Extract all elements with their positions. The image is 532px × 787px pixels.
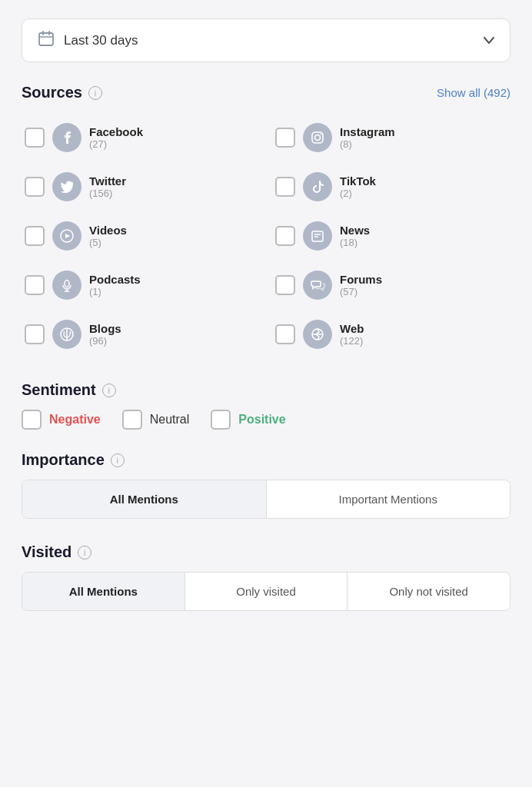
source-info-videos: Videos (5)	[89, 224, 127, 248]
svg-point-2	[315, 135, 321, 141]
source-name-tiktok: TikTok	[340, 174, 376, 188]
importance-section: Importance i All Mentions Important Ment…	[22, 451, 510, 519]
source-count-web: (122)	[340, 335, 364, 347]
source-info-tiktok: TikTok (2)	[340, 174, 376, 199]
podcasts-icon	[52, 271, 81, 300]
instagram-icon	[303, 123, 332, 152]
source-name-blogs: Blogs	[89, 322, 121, 335]
source-info-web: Web (122)	[340, 322, 364, 347]
visited-all-mentions-button[interactable]: All Mentions	[22, 573, 185, 610]
source-count-instagram: (8)	[340, 138, 395, 150]
source-item-news: News (18)	[272, 214, 510, 258]
source-checkbox-news[interactable]	[275, 226, 295, 246]
source-name-twitter: Twitter	[89, 174, 126, 188]
source-checkbox-forums[interactable]	[275, 275, 295, 295]
source-checkbox-facebook[interactable]	[25, 128, 45, 148]
source-item-twitter: Twitter (156)	[22, 164, 260, 209]
calendar-icon	[38, 30, 55, 51]
source-count-facebook: (27)	[89, 138, 143, 150]
sentiment-checkbox-negative[interactable]	[22, 410, 42, 430]
sources-title-row: Sources i	[22, 84, 102, 101]
twitter-icon	[52, 172, 81, 201]
source-item-videos: Videos (5)	[22, 214, 260, 258]
sentiment-info-icon[interactable]: i	[102, 384, 116, 397]
source-name-videos: Videos	[89, 224, 127, 237]
visited-only-visited-button[interactable]: Only visited	[185, 573, 347, 610]
sentiment-item-negative[interactable]: Negative	[22, 410, 101, 430]
importance-info-icon[interactable]: i	[111, 453, 125, 467]
sentiment-label-positive: Positive	[238, 413, 285, 427]
svg-marker-5	[65, 234, 70, 238]
importance-title: Importance	[22, 451, 105, 469]
visited-title-row: Visited i	[22, 543, 510, 561]
sentiment-item-neutral[interactable]: Neutral	[122, 410, 190, 430]
source-info-instagram: Instagram (8)	[340, 125, 395, 150]
source-info-forums: Forums (57)	[340, 273, 382, 297]
svg-point-7	[65, 281, 69, 287]
source-checkbox-tiktok[interactable]	[275, 177, 295, 197]
visited-info-icon[interactable]: i	[78, 546, 91, 560]
source-checkbox-twitter[interactable]	[25, 177, 45, 197]
sentiment-checkbox-neutral[interactable]	[122, 410, 142, 430]
source-name-web: Web	[340, 322, 364, 335]
source-checkbox-blogs[interactable]	[25, 324, 45, 344]
main-container: Last 30 days Sources i Show all (492) Fa…	[0, 0, 532, 787]
tiktok-icon	[303, 172, 332, 201]
source-name-facebook: Facebook	[89, 125, 143, 138]
source-checkbox-videos[interactable]	[25, 226, 45, 246]
web-icon	[303, 320, 332, 349]
source-checkbox-instagram[interactable]	[275, 128, 295, 148]
source-item-forums: Forums (57)	[272, 263, 510, 307]
facebook-icon	[52, 123, 81, 152]
source-info-news: News (18)	[340, 224, 370, 248]
source-checkbox-web[interactable]	[275, 324, 295, 344]
source-info-facebook: Facebook (27)	[89, 125, 143, 150]
sentiment-title: Sentiment	[22, 381, 96, 399]
source-item-podcasts: Podcasts (1)	[22, 263, 260, 307]
visited-only-not-visited-button[interactable]: Only not visited	[347, 573, 510, 610]
sentiment-label-neutral: Neutral	[150, 413, 190, 427]
sources-info-icon[interactable]: i	[88, 86, 102, 100]
source-count-blogs: (96)	[89, 335, 121, 347]
source-name-podcasts: Podcasts	[89, 273, 141, 286]
sources-grid: Facebook (27) Instagram (8) Twitter (156	[22, 115, 510, 357]
forums-icon	[303, 271, 332, 300]
source-count-tiktok: (2)	[340, 188, 376, 199]
source-info-podcasts: Podcasts (1)	[89, 273, 141, 297]
date-picker[interactable]: Last 30 days	[22, 18, 510, 62]
sources-title: Sources	[22, 84, 82, 101]
videos-icon	[52, 221, 81, 251]
source-count-podcasts: (1)	[89, 286, 141, 297]
source-count-news: (18)	[340, 237, 370, 248]
show-all-button[interactable]: Show all (492)	[437, 86, 510, 99]
source-checkbox-podcasts[interactable]	[25, 275, 45, 295]
sentiment-checkbox-positive[interactable]	[211, 410, 231, 430]
importance-toggle-group: All Mentions Important Mentions	[22, 480, 510, 519]
importance-important-mentions-button[interactable]: Important Mentions	[266, 480, 510, 518]
source-item-instagram: Instagram (8)	[272, 115, 510, 160]
source-info-blogs: Blogs (96)	[89, 322, 121, 347]
visited-section: Visited i All Mentions Only visited Only…	[22, 543, 510, 611]
importance-all-mentions-button[interactable]: All Mentions	[22, 480, 266, 518]
date-picker-left: Last 30 days	[38, 30, 138, 51]
blogs-icon	[52, 320, 81, 349]
importance-title-row: Importance i	[22, 451, 510, 469]
source-count-twitter: (156)	[89, 188, 126, 199]
sentiment-item-positive[interactable]: Positive	[211, 410, 285, 430]
source-item-web: Web (122)	[272, 312, 510, 357]
source-info-twitter: Twitter (156)	[89, 174, 126, 199]
source-item-tiktok: TikTok (2)	[272, 164, 510, 209]
svg-point-3	[321, 134, 322, 135]
news-icon	[303, 221, 332, 251]
source-name-forums: Forums	[340, 273, 382, 286]
sentiment-section: Sentiment i Negative Neutral Positive	[22, 381, 510, 430]
source-name-news: News	[340, 224, 370, 237]
sentiment-label-negative: Negative	[49, 413, 101, 427]
source-name-instagram: Instagram	[340, 125, 395, 138]
sentiment-title-row: Sentiment i	[22, 381, 510, 399]
visited-toggle-group: All Mentions Only visited Only not visit…	[22, 572, 510, 611]
visited-title: Visited	[22, 543, 71, 561]
chevron-down-icon	[484, 35, 494, 47]
source-count-forums: (57)	[340, 286, 382, 297]
sentiment-row: Negative Neutral Positive	[22, 410, 510, 430]
